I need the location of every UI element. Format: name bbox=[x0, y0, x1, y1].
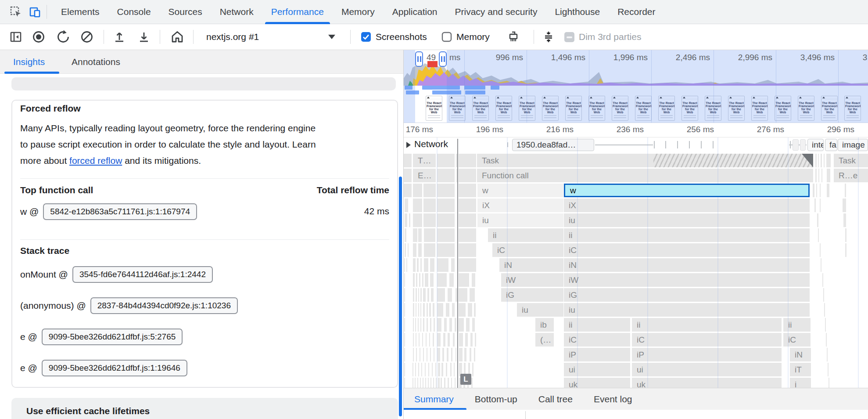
flame-bar[interactable] bbox=[408, 243, 409, 257]
flame-bar[interactable] bbox=[827, 169, 830, 182]
flame-bar[interactable] bbox=[475, 333, 476, 347]
flame-bar[interactable] bbox=[404, 288, 405, 302]
flame-bar[interactable] bbox=[424, 258, 428, 272]
flame-bar[interactable]: Task bbox=[834, 154, 868, 167]
flame-bar[interactable] bbox=[448, 378, 449, 388]
flame-bar[interactable] bbox=[459, 243, 476, 257]
flame-bar[interactable] bbox=[427, 303, 428, 317]
flame-bar[interactable] bbox=[824, 154, 825, 167]
flame-bar[interactable] bbox=[430, 318, 431, 332]
flame-bar[interactable]: iG bbox=[564, 288, 810, 302]
flame-bar[interactable] bbox=[459, 333, 463, 347]
flame-bar[interactable] bbox=[443, 333, 445, 347]
inspect-element-icon[interactable] bbox=[6, 2, 25, 22]
flame-bar[interactable]: ui bbox=[564, 363, 630, 376]
flame-bar[interactable] bbox=[405, 199, 408, 212]
flame-bar[interactable] bbox=[404, 154, 412, 167]
flame-bar[interactable] bbox=[405, 228, 406, 242]
memory-checkbox[interactable]: Memory bbox=[441, 24, 490, 50]
flame-bar[interactable] bbox=[826, 333, 827, 347]
tab-application[interactable]: Application bbox=[384, 0, 446, 24]
flame-bar[interactable] bbox=[416, 303, 416, 317]
flame-bar[interactable] bbox=[472, 363, 473, 376]
flame-bar[interactable] bbox=[406, 258, 407, 272]
flame-bar[interactable] bbox=[821, 169, 822, 182]
flame-bar[interactable] bbox=[418, 363, 419, 376]
flame-bar[interactable] bbox=[459, 288, 467, 302]
flame-bar[interactable] bbox=[437, 199, 455, 212]
flame-bar[interactable] bbox=[413, 199, 422, 212]
flame-bar[interactable] bbox=[413, 303, 414, 317]
flame-bar[interactable] bbox=[448, 333, 450, 347]
network-track-label[interactable]: Network bbox=[414, 139, 448, 149]
home-icon[interactable] bbox=[168, 24, 187, 50]
flame-bar[interactable]: iP bbox=[564, 348, 630, 361]
flame-bar[interactable] bbox=[437, 169, 455, 182]
flame-bar[interactable] bbox=[416, 333, 416, 347]
flame-bar[interactable] bbox=[845, 228, 846, 242]
flame-bar[interactable] bbox=[404, 363, 405, 376]
flame-bar[interactable] bbox=[425, 378, 426, 388]
flame-bar[interactable] bbox=[430, 348, 431, 361]
flame-bar[interactable] bbox=[444, 318, 447, 332]
flame-bar[interactable] bbox=[409, 213, 410, 227]
flame-bar[interactable] bbox=[828, 363, 829, 376]
flame-bar[interactable] bbox=[459, 303, 466, 317]
flame-bar[interactable]: Function call bbox=[477, 169, 813, 182]
flame-bar[interactable] bbox=[430, 258, 434, 272]
toggle-sidebar-icon[interactable] bbox=[6, 24, 25, 50]
flame-bar[interactable] bbox=[827, 184, 829, 197]
flame-bar[interactable] bbox=[413, 228, 417, 242]
screenshots-checkbox[interactable]: Screenshots bbox=[361, 24, 427, 50]
flame-bar[interactable] bbox=[815, 154, 817, 167]
flame-bar[interactable] bbox=[437, 303, 443, 317]
flame-bar[interactable] bbox=[413, 348, 414, 361]
flame-bar[interactable] bbox=[437, 213, 455, 227]
flame-bar[interactable]: iu bbox=[564, 303, 810, 317]
flame-bar[interactable]: (… bbox=[535, 333, 554, 347]
flame-bar[interactable] bbox=[459, 273, 469, 287]
network-request-chip[interactable] bbox=[793, 139, 799, 151]
flame-bar[interactable] bbox=[437, 333, 441, 347]
flame-bar[interactable] bbox=[424, 228, 435, 242]
flame-bar[interactable] bbox=[459, 199, 476, 212]
collapsed-insight-card[interactable] bbox=[11, 77, 396, 90]
flame-bar[interactable]: iX bbox=[564, 199, 810, 212]
flame-bar[interactable] bbox=[418, 243, 422, 257]
flame-bar[interactable] bbox=[442, 348, 444, 361]
flame-bar[interactable] bbox=[470, 288, 475, 302]
flame-bar[interactable] bbox=[437, 243, 455, 257]
flame-bar[interactable] bbox=[427, 288, 429, 302]
tab-memory[interactable]: Memory bbox=[333, 0, 384, 24]
tab-summary[interactable]: Summary bbox=[404, 388, 464, 410]
flame-bar[interactable] bbox=[818, 169, 819, 182]
flame-bar[interactable] bbox=[459, 213, 476, 227]
flame-bar[interactable]: ii bbox=[488, 228, 563, 242]
flame-bar[interactable] bbox=[474, 348, 475, 361]
flame-bar[interactable] bbox=[452, 303, 455, 317]
sidebar-scrollbar[interactable] bbox=[399, 177, 402, 416]
flame-bar[interactable] bbox=[459, 348, 463, 361]
flame-bar[interactable]: iN bbox=[564, 258, 810, 272]
flame-bar[interactable] bbox=[845, 243, 846, 257]
flame-bar[interactable] bbox=[822, 273, 823, 287]
flame-bar[interactable] bbox=[437, 154, 455, 167]
flame-bar[interactable] bbox=[430, 273, 434, 287]
tab-bottom-up[interactable]: Bottom-up bbox=[464, 388, 528, 410]
flame-bar[interactable] bbox=[818, 154, 819, 167]
flame-bar[interactable] bbox=[413, 243, 416, 257]
source-location-link[interactable]: 9099-5bee326dd621dfbf.js:1:19646 bbox=[42, 360, 187, 376]
flame-bar[interactable] bbox=[825, 318, 826, 332]
flame-bar[interactable]: iG bbox=[501, 288, 563, 302]
record-icon[interactable] bbox=[29, 24, 48, 50]
flame-bar[interactable] bbox=[419, 333, 420, 347]
flame-bar[interactable] bbox=[425, 363, 426, 376]
flame-bar[interactable]: iX bbox=[477, 199, 563, 212]
clear-icon[interactable] bbox=[77, 24, 97, 50]
flame-bar[interactable] bbox=[413, 258, 416, 272]
flame-bar[interactable] bbox=[413, 318, 414, 332]
flame-bar[interactable] bbox=[423, 303, 425, 317]
flame-bar[interactable] bbox=[437, 273, 447, 287]
flame-bar[interactable]: iu bbox=[517, 303, 563, 317]
reload-record-icon[interactable] bbox=[54, 24, 73, 50]
